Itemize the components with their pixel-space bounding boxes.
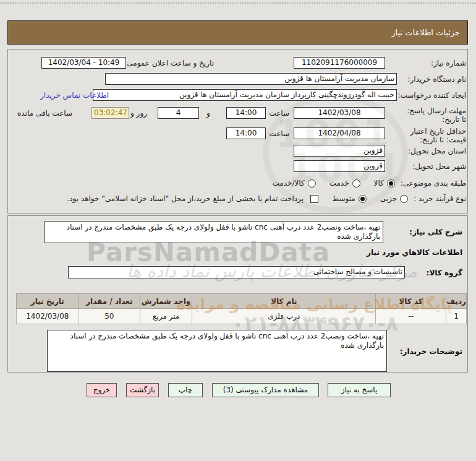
classification-option-service-label: خدمت (329, 179, 349, 187)
classification-option-goods-label: کالا (374, 179, 384, 187)
deadline-days-label: روز و (130, 109, 147, 118)
deadline-hour-label: ساعت (269, 109, 289, 118)
request-creator-label: ایجاد کننده درخواست: (397, 91, 466, 100)
validity-hour-label: ساعت (269, 129, 289, 138)
treasury-docs-option[interactable]: پرداخت تمام یا بخشی از مبلغ خرید،از محل … (67, 194, 318, 203)
classification-row: طبقه بندی موضوعی: کالا خدمت کالا/خدمت (264, 179, 466, 187)
exit-button[interactable]: خروج (87, 383, 117, 397)
items-table-header-row: ردیف کد کالا نام کالا واحد شمارش تعداد /… (17, 294, 467, 309)
cell-item-code: -- (376, 309, 446, 324)
classification-label: طبقه بندی موضوعی: (401, 179, 466, 187)
table-row[interactable]: 1 -- درب فلزی متر مربع 50 1402/03/08 (17, 309, 467, 324)
buyer-notes-field[interactable]: تهیه ،ساخت ونصب2 عدد درب آهنی cnc تاشو ب… (47, 330, 387, 372)
deadline-and-label: و (206, 109, 210, 118)
cell-row-number: 1 (446, 309, 467, 324)
respond-to-need-button[interactable]: پاسخ به نیاز (328, 383, 391, 397)
goods-group-label: گروه کالا: (427, 269, 462, 277)
delivery-city-field[interactable]: قزوین (294, 160, 385, 172)
radio-selected-icon[interactable] (387, 179, 395, 187)
general-description-field[interactable]: تهیه ،ساخت ونصب2 عدد درب آهنی cnc تاشو ب… (45, 221, 383, 243)
purchase-process-row: نوع فرآیند خرید : جزیی متوسط پرداخت تمام… (67, 194, 466, 203)
cell-need-date: 1402/03/08 (17, 309, 79, 324)
process-option-medium-label: متوسط (332, 194, 355, 203)
classification-option-service[interactable]: خدمت (329, 179, 360, 187)
remaining-time-label: ساعت باقی مانده (17, 109, 72, 118)
validity-hour-field[interactable]: 14:00 (226, 127, 266, 139)
back-button[interactable]: بازگشت (126, 383, 159, 397)
process-option-medium[interactable]: متوسط (332, 194, 367, 203)
radio-icon[interactable] (400, 195, 408, 203)
deadline-hour-field[interactable]: 14:00 (226, 107, 266, 119)
buyer-org-label: نام دستگاه خریدار: (408, 75, 467, 84)
print-button[interactable]: چاپ (168, 383, 203, 397)
classification-option-goods-service[interactable]: کالا/خدمت (272, 179, 315, 187)
buyer-org-field[interactable]: سازمان مدیریت آرامستان ها قزوین (105, 73, 397, 85)
purchase-process-label: نوع فرآیند خرید : (414, 194, 466, 203)
need-number-label: شماره نیاز: (431, 59, 466, 67)
general-description-label: شرح کلی نیاز: (409, 228, 462, 236)
goods-group-field[interactable]: تاسیسات و مصالح ساختمانی (68, 266, 405, 278)
radio-selected-icon[interactable] (359, 195, 367, 203)
checkbox-icon[interactable] (310, 195, 318, 203)
page-title: جزئیات اطلاعات نیاز (7, 20, 468, 45)
col-unit: واحد شمارش (140, 294, 192, 309)
response-deadline-date-field[interactable]: 1402/03/08 (294, 107, 385, 119)
top-dotted-divider (0, 2, 476, 4)
view-attachments-button[interactable]: مشاهده مدارک پیوستی (3) (212, 383, 319, 397)
price-validity-label: حداقل تاریخ اعتبار قیمت: تا تاریخ: (399, 127, 466, 144)
need-details-page: جزئیات اطلاعات نیاز شماره نیاز: 11020911… (0, 0, 476, 461)
need-number-field[interactable]: 1102091176000009 (294, 57, 385, 69)
request-creator-field[interactable]: حبیب اله گودرزوندچگینی کارپرداز سازمان م… (93, 89, 397, 101)
required-goods-heading: اطلاعات کالاهاي مورد نیاز (367, 248, 462, 257)
delivery-province-label: استان محل تحویل: (408, 147, 466, 155)
cell-item-name: درب فلزی (192, 309, 376, 324)
price-validity-date-field[interactable]: 1402/04/08 (294, 127, 385, 139)
classification-option-goods-service-label: کالا/خدمت (272, 179, 304, 187)
radio-icon[interactable] (308, 179, 316, 187)
process-option-minor-label: جزیی (380, 194, 397, 203)
buyer-notes-label: توضیحات خریدار: (400, 347, 462, 356)
deadline-days-field[interactable]: 4 (158, 107, 199, 119)
items-table: ردیف کد کالا نام کالا واحد شمارش تعداد /… (16, 293, 467, 324)
delivery-province-field[interactable]: قزوین (294, 145, 385, 157)
col-row-number: ردیف (446, 294, 467, 309)
col-need-date: تاریخ نیاز (17, 294, 79, 309)
cell-unit: متر مربع (140, 309, 192, 324)
delivery-city-label: شهر محل تحویل: (412, 162, 466, 171)
announce-datetime-label: تاریخ و ساعت اعلان عمومی: (124, 59, 214, 67)
col-item-name: نام کالا (192, 294, 376, 309)
col-item-code: کد کالا (376, 294, 446, 309)
remaining-time-field: 03:02:47 (91, 107, 129, 119)
treasury-docs-label: پرداخت تمام یا بخشی از مبلغ خرید،از محل … (67, 194, 304, 203)
radio-icon[interactable] (352, 179, 360, 187)
buyer-contact-link[interactable]: اطلاعات تماس خریدار (40, 91, 109, 100)
response-deadline-label: مهلت ارسال پاسخ: تا تاریخ: (403, 106, 466, 124)
col-quantity: تعداد / مقدار (79, 294, 140, 309)
announce-datetime-field[interactable]: 1402/03/04 - 10:49 (41, 57, 126, 69)
cell-quantity: 50 (79, 309, 140, 324)
process-option-minor[interactable]: جزیی (380, 194, 408, 203)
classification-option-goods[interactable]: کالا (374, 179, 395, 187)
